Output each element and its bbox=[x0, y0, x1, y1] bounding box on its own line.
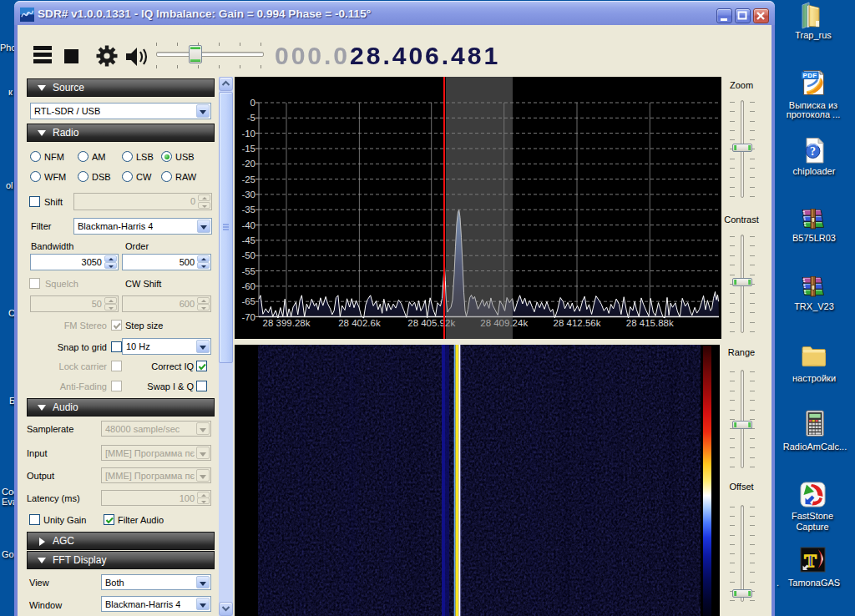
svg-text:-35: -35 bbox=[241, 204, 255, 215]
svg-text:-60: -60 bbox=[241, 281, 255, 291]
svg-text:PDF: PDF bbox=[802, 72, 817, 79]
svg-text:-10: -10 bbox=[241, 129, 255, 139]
svg-text:0: 0 bbox=[250, 98, 255, 108]
svg-text:28 409.24k: 28 409.24k bbox=[480, 318, 528, 328]
svg-text:28 405.92k: 28 405.92k bbox=[407, 318, 455, 328]
svg-text:-25: -25 bbox=[241, 174, 255, 184]
svg-text:-15: -15 bbox=[241, 144, 255, 154]
svg-text:-45: -45 bbox=[241, 235, 255, 245]
svg-text:-5: -5 bbox=[247, 113, 255, 123]
svg-text:-55: -55 bbox=[241, 266, 255, 276]
svg-text:-30: -30 bbox=[241, 189, 255, 199]
svg-text:28 412.56k: 28 412.56k bbox=[554, 318, 601, 328]
svg-text:-65: -65 bbox=[241, 296, 255, 306]
svg-text:28 399.28k: 28 399.28k bbox=[263, 318, 311, 328]
svg-text:-70: -70 bbox=[241, 312, 255, 322]
svg-text:-50: -50 bbox=[241, 250, 255, 260]
svg-text:?: ? bbox=[810, 145, 816, 158]
svg-text:-20: -20 bbox=[241, 159, 255, 169]
svg-text:-40: -40 bbox=[241, 220, 255, 230]
svg-text:28 402.6k: 28 402.6k bbox=[338, 318, 381, 328]
svg-text:28 415.88k: 28 415.88k bbox=[626, 318, 674, 328]
